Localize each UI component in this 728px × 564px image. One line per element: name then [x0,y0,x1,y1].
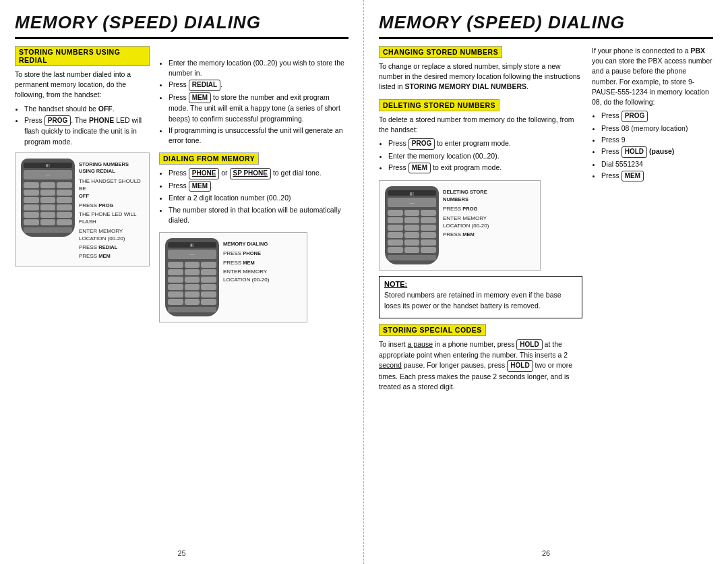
deleting-intro: To delete a stored number from memory do… [379,115,582,135]
dial-step-4: The number stored in that location will … [169,205,348,225]
page-right: MEMORY (SPEED) DIALING CHANGING STORED N… [364,0,728,564]
left-content-columns: STORING NUMBERS USING REDIAL To store th… [15,46,348,328]
dial-step-3: Enter a 2 digit location number (00..20) [169,193,348,203]
right-col-steps: Enter the memory location (00..20) you w… [159,46,348,328]
pbx-step-2: Press 08 (memory location) [601,123,713,134]
page-number-right: 26 [542,549,550,557]
diagram1-labels: STORING NUMBERSUSING REDIAL THE HANDSET … [79,161,144,260]
page-container: MEMORY (SPEED) DIALING STORING NUMBERS U… [0,0,728,564]
step-3: Press MEM to store the number and exit p… [169,92,348,124]
section-deleting-numbers: DELETING STORED NUMBERS To delete a stor… [379,99,582,174]
section-header-deleting: DELETING STORED NUMBERS [379,99,499,111]
pbx-step-1: Press PROG [601,111,713,122]
left-page-title: MEMORY (SPEED) DIALING [15,12,348,39]
page-left: MEMORY (SPEED) DIALING STORING NUMBERS U… [0,0,364,564]
pbx-step-5: Dial 5551234 [601,159,713,169]
del-step-3: Press MEM to exit program mode. [388,163,582,174]
diagram3-labels: DELETING STORENUMBERS PRESS PROG ENTER M… [443,189,535,264]
section-header-storing: STORING NUMBERS USING REDIAL [15,46,150,66]
step-4: If programming is unsuccessful the unit … [169,125,348,146]
step-2: Press REDIAL. [169,80,348,91]
right-left-subcol: CHANGING STORED NUMBERS To change or rep… [379,46,582,399]
diagram-memory-dialing: ▮▯ — [159,232,307,322]
note-title: NOTE: [384,280,577,288]
storing-bullets: The handset should be OFF. Press PROG. T… [24,104,150,147]
diagram2-labels: MEMORY DIALING PRESS PHONE PRESS MEM ENT… [223,241,301,316]
section-storing-special-codes: STORING SPECIAL CODES To insert a pause … [379,324,582,393]
note-text: Stored numbers are retained in memory ev… [384,290,577,310]
section-header-changing: CHANGING STORED NUMBERS [379,46,502,58]
storing-bullet-2: Press PROG. The PHONE LED will flash qui… [24,115,150,147]
note-box: NOTE: Stored numbers are retained in mem… [379,276,582,318]
pbx-step-4: Press HOLD (pause) [601,146,713,158]
storing-bullet-1: The handset should be OFF. [24,104,150,114]
diagram-deleting-numbers: ▮▯ — [379,180,541,271]
dialing-steps: Press PHONE or SP PHONE to get dial tone… [169,168,348,225]
del-step-1: Press PROG to enter program mode. [388,138,582,150]
left-col-diagram: STORING NUMBERS USING REDIAL To store th… [15,46,150,328]
pbx-steps: Press PROG Press 08 (memory location) Pr… [601,111,713,181]
section-changing-numbers: CHANGING STORED NUMBERS To change or rep… [379,46,582,92]
page-number-left: 25 [177,549,185,557]
del-step-2: Enter the memory location (00..20). [388,151,582,161]
pbx-intro: If your phone is connected to a PBX you … [592,46,713,107]
changing-text: To change or replace a stored number, si… [379,61,582,92]
step-1: Enter the memory location (00..20) you w… [169,58,348,78]
storing-intro: To store the last number dialed into a p… [15,69,150,101]
dial-step-2: Press MEM. [169,181,348,192]
right-page-title: MEMORY (SPEED) DIALING [379,12,713,39]
pbx-step-3: Press 9 [601,135,713,145]
deleting-steps: Press PROG to enter program mode. Enter … [388,138,582,173]
right-right-subcol: If your phone is connected to a PBX you … [592,46,713,399]
section-header-dialing: DIALING FROM MEMORY [159,152,259,165]
special-codes-text: To insert a pause in a phone number, pre… [379,339,582,393]
right-content-columns: CHANGING STORED NUMBERS To change or rep… [379,46,713,399]
pbx-step-6: Press MEM [601,171,713,182]
diagram-storing-numbers: ▮▯ — [15,152,150,266]
section-header-special-codes: STORING SPECIAL CODES [379,324,486,336]
dial-step-1: Press PHONE or SP PHONE to get dial tone… [169,168,348,179]
section-dialing-from-memory: DIALING FROM MEMORY Press PHONE or SP PH… [159,152,348,225]
storing-steps: Enter the memory location (00..20) you w… [169,58,348,146]
section-storing-numbers: STORING NUMBERS USING REDIAL To store th… [15,46,150,266]
